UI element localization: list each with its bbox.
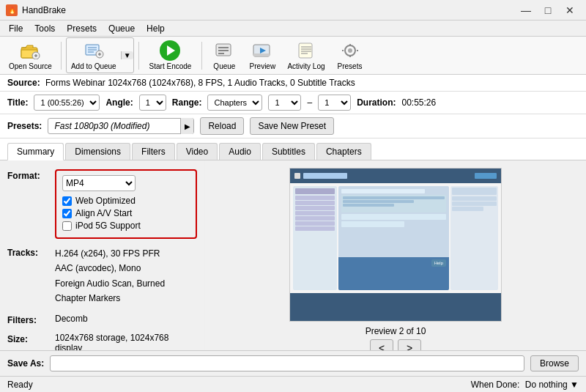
format-select-row: MP4 MKV [62, 175, 190, 191]
web-optimized-label: Web Optimized [75, 196, 136, 206]
queue-icon [214, 40, 234, 61]
preset-field: Fast 1080p30 (Modified) ▶ [48, 118, 194, 134]
tracks-label: Tracks: [7, 246, 55, 258]
menu-presets[interactable]: Presets [61, 22, 103, 35]
open-source-button[interactable]: Open Source [4, 38, 56, 73]
menu-help[interactable]: Help [141, 22, 171, 35]
preview-blue-bar: Help [338, 257, 449, 290]
tab-dimensions[interactable]: Dimensions [65, 143, 130, 160]
minimize-button[interactable]: — [516, 3, 536, 18]
range-to-select[interactable]: 1 [318, 95, 351, 111]
title-bar-controls: — □ ✕ [516, 3, 580, 18]
format-select[interactable]: MP4 MKV [62, 175, 136, 191]
preview-header-dot-3 [475, 173, 497, 179]
right-panel: Help [205, 160, 586, 369]
tracks-row: Tracks: H.264 (x264), 30 FPS PFR AAC (av… [7, 246, 197, 306]
source-label: Source: [7, 78, 40, 88]
tab-chapters[interactable]: Chapters [316, 143, 371, 160]
toolbar-separator-2 [138, 42, 139, 70]
tab-subtitles[interactable]: Subtitles [262, 143, 315, 160]
browse-button[interactable]: Browse [530, 355, 579, 371]
menu-file[interactable]: File [3, 22, 29, 35]
save-as-input[interactable] [50, 355, 524, 371]
play-triangle [167, 45, 175, 56]
format-row: Format: MP4 MKV Web Optimize [7, 169, 197, 239]
preview-main-area: Help [338, 186, 449, 290]
when-done-arrow: ▼ [570, 380, 579, 390]
size-label: Size: [7, 333, 55, 344]
when-done-value[interactable]: Do nothing ▼ [525, 380, 579, 390]
align-av-checkbox[interactable] [62, 209, 72, 218]
app-title: HandBrake [22, 5, 66, 15]
start-encode-label: Start Encode [149, 62, 192, 70]
filters-value: Decomb [55, 314, 197, 324]
tab-filters[interactable]: Filters [132, 143, 175, 160]
presets-label: Presets: [7, 121, 42, 131]
preview-header-dot-1 [294, 173, 300, 179]
ipod-checkbox[interactable] [62, 221, 72, 231]
reload-button[interactable]: Reload [200, 117, 244, 135]
start-encode-button[interactable]: Start Encode [144, 38, 198, 73]
preview-footer-bar [290, 293, 501, 322]
when-done-text: Do nothing [525, 380, 568, 390]
preview-button[interactable]: Preview [245, 38, 280, 73]
tab-video[interactable]: Video [177, 143, 218, 160]
add-to-queue-dropdown[interactable]: ▼ [121, 51, 133, 59]
toolbar: Open Source Add to Queue ▼ [0, 37, 586, 75]
activity-log-label: Activity Log [287, 62, 324, 70]
preview-sidebar [293, 186, 337, 290]
tab-audio[interactable]: Audio [219, 143, 261, 160]
preview-header [290, 169, 501, 183]
close-button[interactable]: ✕ [560, 3, 580, 18]
open-source-label: Open Source [9, 62, 52, 70]
preview-right-sidebar [450, 186, 498, 290]
menu-queue[interactable]: Queue [103, 22, 141, 35]
preview-icon [252, 40, 272, 61]
svg-rect-15 [299, 43, 312, 58]
add-to-queue-button[interactable]: Add to Queue [67, 38, 121, 73]
preset-arrow-button[interactable]: ▶ [180, 118, 193, 134]
start-encode-icon [160, 40, 180, 61]
presets-toolbar-button[interactable]: Presets [333, 38, 368, 73]
activity-log-icon [296, 40, 316, 61]
filters-label: Filters: [7, 314, 55, 325]
status-right: When Done: Do nothing ▼ [471, 380, 579, 390]
track-item-0: H.264 (x264), 30 FPS PFR [55, 246, 197, 261]
save-new-preset-button[interactable]: Save New Preset [250, 117, 334, 135]
range-label: Range: [172, 97, 202, 108]
presets-icon [340, 40, 360, 61]
title-select[interactable]: 1 (00:55:26) [34, 95, 100, 111]
svg-rect-14 [253, 53, 270, 56]
duration-label: Duration: [357, 97, 396, 108]
status-left: Ready [7, 380, 33, 390]
queue-button[interactable]: Queue [207, 38, 242, 73]
range-type-select[interactable]: Chapters [207, 95, 262, 111]
title-bar-left: 🔥 HandBrake [6, 4, 66, 16]
range-from-select[interactable]: 1 [268, 95, 301, 111]
filters-row: Filters: Decomb [7, 314, 197, 325]
ipod-row: iPod 5G Support [62, 221, 190, 231]
left-panel: Format: MP4 MKV Web Optimize [0, 160, 205, 369]
activity-log-button[interactable]: Activity Log [283, 38, 329, 73]
menu-tools[interactable]: Tools [29, 22, 61, 35]
app-icon: 🔥 [6, 4, 18, 16]
tab-summary[interactable]: Summary [7, 143, 64, 160]
maximize-button[interactable]: □ [538, 3, 558, 18]
web-optimized-checkbox[interactable] [62, 196, 72, 206]
add-to-queue-label: Add to Queue [71, 62, 116, 70]
track-item-2: Foreign Audio Scan, Burned [55, 276, 197, 291]
open-source-icon [20, 40, 40, 61]
title-row: Title: 1 (00:55:26) Angle: 1 Range: Chap… [0, 92, 586, 114]
when-done-label: When Done: [471, 380, 520, 390]
content-inner: Format: MP4 MKV Web Optimize [0, 160, 586, 369]
tracks-value: H.264 (x264), 30 FPS PFR AAC (avcodec), … [55, 246, 197, 306]
preview-body: Help [290, 183, 501, 293]
app-window: 🔥 HandBrake — □ ✕ File Tools Presets Que… [0, 0, 586, 392]
add-to-queue-icon [84, 40, 104, 61]
svg-point-21 [348, 48, 352, 53]
title-bar: 🔥 HandBrake — □ ✕ [0, 0, 586, 21]
ipod-label: iPod 5G Support [75, 221, 141, 231]
presets-toolbar-label: Presets [338, 62, 363, 70]
angle-select[interactable]: 1 [139, 95, 166, 111]
align-av-row: Align A/V Start [62, 208, 190, 218]
